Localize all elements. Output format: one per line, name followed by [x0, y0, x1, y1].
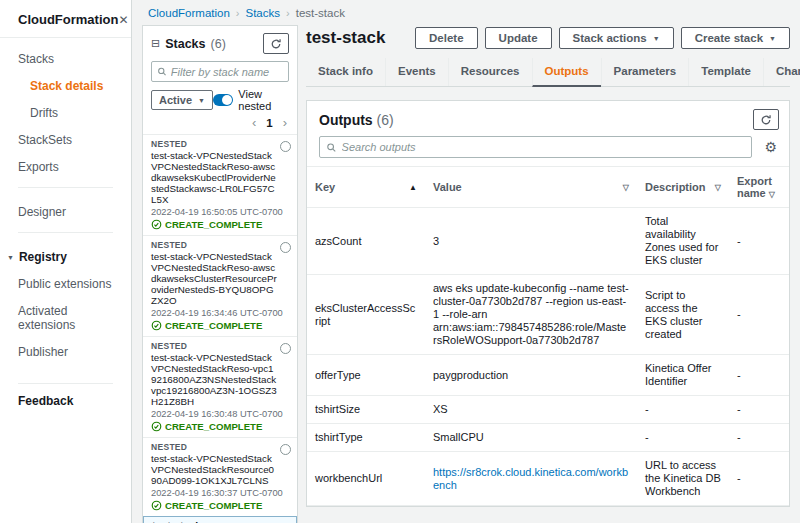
- stack-filter-input[interactable]: [171, 66, 283, 78]
- tab-outputs[interactable]: Outputs: [532, 58, 601, 87]
- page-number[interactable]: 1: [266, 117, 272, 129]
- column-header-key[interactable]: Key▲: [307, 167, 425, 208]
- content-area: CloudFormation›Stacks›test-stack ⊟ Stack…: [132, 0, 800, 523]
- service-sidebar: CloudFormation ✕ Stacks Stack details Dr…: [0, 0, 132, 523]
- output-key: azsCount: [307, 208, 425, 275]
- table-row: tshirtSize XS - -: [307, 396, 789, 424]
- stack-list-item[interactable]: NESTED test-stack-VPCNestedStackVPCNeste…: [143, 236, 297, 337]
- tab-change-sets[interactable]: Change sets: [763, 58, 800, 86]
- stack-name: test-stack-VPCNestedStackVPCNestedStackR…: [151, 352, 289, 407]
- radio-unchecked-icon[interactable]: [280, 444, 291, 455]
- output-export-name: -: [729, 355, 789, 396]
- check-circle-icon: [151, 320, 162, 331]
- outputs-title-label: Outputs: [319, 112, 373, 128]
- sidebar-item-designer[interactable]: Designer: [18, 205, 123, 219]
- sidebar-item-activated-extensions[interactable]: Activated extensions: [18, 304, 123, 332]
- sidebar-item-stacks[interactable]: Stacks: [18, 52, 123, 66]
- output-value: aws eks update-kubeconfig --name test-cl…: [425, 275, 637, 355]
- column-header-value[interactable]: Value▽: [425, 167, 637, 208]
- tab-template[interactable]: Template: [688, 58, 763, 86]
- stack-list-item[interactable]: NESTED test-stack-VPCNestedStackVPCNeste…: [143, 438, 297, 517]
- table-row: workbenchUrl https://sr8crok.cloud.kinet…: [307, 452, 789, 506]
- view-nested-label: View nested: [238, 88, 289, 112]
- caret-down-icon: ▼: [7, 254, 14, 261]
- create-stack-dropdown-button[interactable]: Create stack ▼: [681, 27, 790, 49]
- delete-button[interactable]: Delete: [415, 27, 478, 49]
- stack-timestamp: 2022-04-19 16:50:05 UTC-0700: [151, 207, 289, 217]
- refresh-stacks-button[interactable]: [263, 33, 289, 54]
- gear-icon[interactable]: ⚙: [764, 140, 777, 154]
- outputs-search-input[interactable]: [342, 141, 746, 153]
- column-label: Description: [645, 181, 706, 193]
- chevron-left-icon[interactable]: ‹: [252, 115, 256, 130]
- caret-down-icon: ▼: [198, 97, 205, 104]
- stack-timestamp: 2022-04-19 16:34:46 UTC-0700: [151, 308, 289, 318]
- page-title: test-stack: [306, 28, 385, 48]
- outputs-search-box: [319, 136, 752, 158]
- view-nested-toggle[interactable]: [213, 94, 233, 106]
- sidebar-item-public-extensions[interactable]: Public extensions: [18, 277, 123, 291]
- sidebar-item-stack-details[interactable]: Stack details: [30, 79, 123, 93]
- status-filter-dropdown[interactable]: Active ▼: [151, 90, 213, 110]
- refresh-icon: [270, 38, 282, 50]
- breadcrumb-link-cloudformation[interactable]: CloudFormation: [148, 7, 230, 19]
- stack-status: CREATE_COMPLETE: [151, 500, 289, 511]
- stack-status-label: CREATE_COMPLETE: [165, 500, 262, 511]
- stack-timestamp: 2022-04-19 16:30:48 UTC-0700: [151, 409, 289, 419]
- output-value: https://sr8crok.cloud.kinetica.com/workb…: [425, 452, 637, 506]
- sidebar-item-exports[interactable]: Exports: [18, 160, 123, 174]
- caret-down-icon: ▼: [653, 35, 660, 42]
- feedback-link[interactable]: Feedback: [0, 384, 131, 418]
- output-export-name: -: [729, 452, 789, 506]
- sidebar-item-publisher[interactable]: Publisher: [18, 345, 123, 359]
- stack-filter-box: [151, 61, 289, 82]
- breadcrumb-link-stacks[interactable]: Stacks: [246, 7, 281, 19]
- tab-events[interactable]: Events: [385, 58, 448, 86]
- stack-status: CREATE_COMPLETE: [151, 320, 289, 331]
- tab-parameters[interactable]: Parameters: [601, 58, 689, 86]
- stacks-panel-title: Stacks: [165, 37, 205, 51]
- tab-resources[interactable]: Resources: [448, 58, 532, 86]
- stack-list-item[interactable]: NESTED test-stack-VPCNestedStackVPCNeste…: [143, 337, 297, 438]
- sidebar-item-drifts[interactable]: Drifts: [30, 106, 123, 120]
- column-header-export-name[interactable]: Export name ▽: [729, 167, 789, 208]
- sidebar-item-stacksets[interactable]: StackSets: [18, 133, 123, 147]
- collapse-panel-icon[interactable]: ⊟: [151, 37, 160, 50]
- sidebar-section-registry[interactable]: ▼ Registry: [7, 250, 123, 264]
- sort-icon[interactable]: ▽: [769, 190, 775, 199]
- output-value: XS: [425, 396, 637, 424]
- close-icon[interactable]: ✕: [118, 13, 128, 27]
- column-header-description[interactable]: Description▽: [637, 167, 729, 208]
- radio-unchecked-icon[interactable]: [280, 343, 291, 354]
- table-header-row: Key▲ Value▽ Description▽ Export name ▽: [307, 167, 789, 208]
- stack-name: test-stack-VPCNestedStackVPCNestedStackR…: [151, 251, 289, 306]
- update-button[interactable]: Update: [485, 27, 552, 49]
- pagination: ‹ 1 ›: [143, 115, 287, 130]
- workbench-url-link[interactable]: https://sr8crok.cloud.kinetica.com/workb…: [433, 466, 628, 491]
- output-export-name: -: [729, 275, 789, 355]
- status-filter-value: Active: [159, 94, 192, 106]
- stack-detail-area: test-stack Delete Update Stack actions ▼…: [298, 25, 800, 523]
- refresh-outputs-button[interactable]: [753, 109, 779, 130]
- radio-unchecked-icon[interactable]: [280, 242, 291, 253]
- refresh-icon: [760, 114, 772, 126]
- output-export-name: -: [729, 424, 789, 452]
- nested-badge: NESTED: [151, 341, 289, 351]
- tab-stack-info[interactable]: Stack info: [306, 58, 385, 86]
- stack-list-item-selected[interactable]: test-stack 2022-04-19 16:25:48 UTC-0700 …: [143, 516, 297, 523]
- table-row: tshirtType SmallCPU - -: [307, 424, 789, 452]
- chevron-right-icon[interactable]: ›: [283, 115, 287, 130]
- stack-actions-dropdown-button[interactable]: Stack actions ▼: [559, 27, 674, 49]
- sort-ascending-icon[interactable]: ▲: [409, 183, 417, 192]
- sort-icon[interactable]: ▽: [623, 183, 629, 192]
- nested-badge: NESTED: [151, 139, 289, 149]
- sort-icon[interactable]: ▽: [715, 183, 721, 192]
- stack-list-item[interactable]: NESTED test-stack-VPCNestedStackVPCNeste…: [143, 135, 297, 236]
- output-description: -: [637, 424, 729, 452]
- breadcrumb-separator-icon: ›: [286, 7, 290, 19]
- stack-status: CREATE_COMPLETE: [151, 421, 289, 432]
- radio-unchecked-icon[interactable]: [280, 141, 291, 152]
- output-description: Total availability Zones used for EKS cl…: [637, 208, 729, 275]
- sidebar-nav: Stacks Stack details Drifts StackSets Ex…: [0, 38, 131, 384]
- output-key: eksClusterAccessScript: [307, 275, 425, 355]
